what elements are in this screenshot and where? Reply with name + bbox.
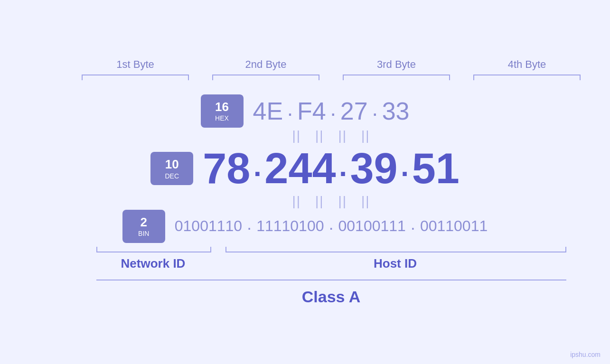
bin-label-box: 2 BIN xyxy=(122,210,165,243)
dot-hex-2: . xyxy=(326,96,340,121)
bin-val-4: 00110011 xyxy=(420,217,488,235)
parallel-icon-3: || xyxy=(338,128,347,143)
dot-dec-3: . xyxy=(398,150,412,183)
parallel-cell-7: || xyxy=(338,194,347,209)
byte3-header: 3rd Byte xyxy=(331,58,462,71)
parallel-cell-4: || xyxy=(361,128,370,143)
network-id-label: Network ID xyxy=(96,256,210,271)
hex-val-4: 33 xyxy=(382,97,410,125)
dot-bin-3: . xyxy=(406,215,420,233)
dec-base-text: DEC xyxy=(165,172,179,180)
parallel-cell-5: || xyxy=(292,194,301,209)
dec-val-3: 39 xyxy=(350,144,398,193)
parallel-cell-1: || xyxy=(292,128,301,143)
hex-base-num: 16 xyxy=(215,100,229,114)
hex-label-box: 16 HEX xyxy=(201,94,244,128)
bottom-section: Network ID Host ID xyxy=(96,247,566,271)
bracket-cell-4 xyxy=(462,75,592,80)
bottom-brackets xyxy=(96,247,566,252)
dec-row: 10 DEC 78 . 244 . 39 . 51 xyxy=(150,144,460,193)
hex-val-3: 27 xyxy=(340,97,368,125)
parallel-cell-6: || xyxy=(315,194,324,209)
byte-headers: 1st Byte 2nd Byte 3rd Byte 4th Byte xyxy=(70,58,592,71)
parallel-cell-3: || xyxy=(338,128,347,143)
dot-dec-2: . xyxy=(336,150,350,183)
parallel-icon-6: || xyxy=(315,194,324,209)
bracket-cell-3 xyxy=(331,75,462,80)
bracket-top-1 xyxy=(82,75,189,80)
parallel-dec-bin: || || || || xyxy=(292,193,370,210)
parallel-cell-2: || xyxy=(315,128,324,143)
host-bracket xyxy=(225,247,566,252)
byte1-header: 1st Byte xyxy=(70,58,201,71)
dot-hex-3: . xyxy=(368,96,382,121)
bin-val-3: 00100111 xyxy=(338,217,406,235)
main-container: 1st Byte 2nd Byte 3rd Byte 4th Byte 16 H… xyxy=(44,58,566,306)
byte2-header: 2nd Byte xyxy=(201,58,331,71)
hex-row: 16 HEX 4E . F4 . 27 . 33 xyxy=(201,94,410,128)
bin-val-1: 01001110 xyxy=(175,217,242,235)
byte4-header: 4th Byte xyxy=(462,58,592,71)
bracket-top-2 xyxy=(212,75,319,80)
bin-row: 2 BIN 01001110 . 11110100 . 00100111 . 0… xyxy=(122,210,488,243)
parallel-icon-2: || xyxy=(315,128,324,143)
top-brackets xyxy=(70,75,592,80)
parallel-icon-1: || xyxy=(292,128,301,143)
hex-val-1: 4E xyxy=(253,97,283,125)
dec-val-4: 51 xyxy=(412,144,460,193)
dot-dec-1: . xyxy=(250,150,264,183)
dec-values: 78 . 244 . 39 . 51 xyxy=(203,144,460,193)
hex-val-2: F4 xyxy=(297,97,326,125)
hex-base-text: HEX xyxy=(215,114,229,122)
parallel-cell-8: || xyxy=(361,194,370,209)
dot-bin-2: . xyxy=(324,215,338,233)
dec-val-2: 244 xyxy=(264,144,336,193)
bin-base-num: 2 xyxy=(141,215,147,230)
dot-hex-1: . xyxy=(283,96,297,121)
hex-values: 4E . F4 . 27 . 33 xyxy=(253,96,410,126)
bin-val-2: 11110100 xyxy=(256,217,324,235)
bracket-cell-1 xyxy=(70,75,201,80)
bracket-cell-2 xyxy=(201,75,331,80)
network-bracket xyxy=(96,247,211,252)
host-id-label: Host ID xyxy=(225,256,566,271)
parallel-icon-8: || xyxy=(361,194,370,209)
parallel-icon-5: || xyxy=(292,194,301,209)
dec-val-1: 78 xyxy=(203,144,250,193)
class-section: Class A xyxy=(96,280,566,306)
class-label: Class A xyxy=(302,288,360,306)
watermark: ipshu.com xyxy=(570,351,601,358)
bin-base-text: BIN xyxy=(138,230,149,237)
bracket-top-3 xyxy=(343,75,450,80)
bracket-top-4 xyxy=(473,75,581,80)
bin-values: 01001110 . 11110100 . 00100111 . 0011001… xyxy=(175,215,488,238)
bottom-labels: Network ID Host ID xyxy=(96,256,566,271)
dec-label-box: 10 DEC xyxy=(150,152,193,185)
parallel-icon-4: || xyxy=(361,128,370,143)
parallel-icon-7: || xyxy=(338,194,347,209)
parallel-hex-dec: || || || || xyxy=(292,128,370,144)
dec-base-num: 10 xyxy=(165,157,179,172)
dot-bin-1: . xyxy=(242,215,256,233)
